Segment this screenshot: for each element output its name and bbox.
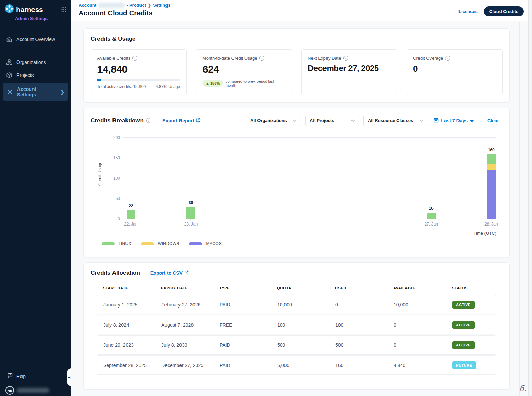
sidebar-item-label: Account Overview [16,37,55,42]
resource-classes-select[interactable]: All Resource Classes [363,115,427,126]
legend-label: LINUX [119,241,131,246]
breadcrumb-product-link[interactable]: - Product [127,3,146,8]
breadcrumb-account-link[interactable]: Account [79,3,96,8]
sidebar-item-account-settings[interactable]: Account Settings ❯ [3,83,68,101]
x-tick-mark [431,219,431,221]
y-tick-label: 200 [113,135,120,140]
y-tick-label: 100 [113,176,120,181]
x-tick-label: 28. Jan [484,222,498,227]
table-row[interactable]: June 20, 2023 July 8, 2030 PAID 500 500 … [97,335,496,355]
avatar[interactable]: NB [5,386,14,395]
legend-item-windows[interactable]: WINDOWS [141,241,179,246]
projects-select[interactable]: All Projects [305,115,359,126]
cell-quota: 100 [277,322,335,328]
next-expiry-card: Next Expiry Date i December 27, 2025 [301,49,397,95]
cell-expiry-date: February 27, 2026 [161,302,220,308]
gridline: 50 [123,199,496,199]
legend-label: MACOS [206,241,222,246]
credit-overage-value: 0 [413,64,496,74]
delta-note: compared to prev. period last month [226,79,285,87]
scrollbar[interactable] [528,0,532,396]
harness-logo-icon [5,4,14,15]
info-icon[interactable]: i [132,56,137,61]
bar-segment-windows [487,164,496,170]
up-arrow-icon: ▲ [205,81,209,85]
column-header: EXPIRY DATE [161,286,219,290]
external-link-icon [184,270,189,276]
page-header: Account - Product ❯ Settings Account Clo… [71,0,532,21]
x-tick-label: 22. Jan [124,222,137,227]
card-label: Next Expiry Date [308,56,341,61]
column-header: USED [335,286,393,290]
dropdown-arrow-icon [470,118,474,123]
cell-start-date: January 1, 2025 [103,302,161,308]
status-badge: ACTIVE [452,321,475,329]
cell-expiry-date: August 7, 2028 [161,322,220,328]
sidebar: harness Admin Settings Account Overview … [0,0,71,396]
y-tick-label: 0 [118,217,120,221]
legend-swatch-icon [102,242,115,245]
table-row[interactable]: September 28, 2025 December 27, 2025 PAI… [97,355,496,375]
legend-item-macos[interactable]: MACOS [189,241,222,246]
legend-item-linux[interactable]: LINUX [102,241,131,246]
info-icon[interactable]: i [259,56,264,61]
clear-filters-link[interactable]: Clear [487,118,499,123]
credits-breakdown-panel: Credits Breakdown i Export Report All Or… [83,108,510,257]
bar-value-label: 30 [189,200,193,205]
calendar-icon [434,118,439,124]
cell-used: 160 [335,363,394,368]
breadcrumb-blurred-segment [98,3,125,8]
sidebar-item-label: Organizations [16,59,46,65]
organizations-select[interactable]: All Organizations [246,115,301,126]
licenses-link[interactable]: Licenses [458,9,478,14]
credits-allocation-title: Credits Allocation [91,270,140,276]
mtd-usage-value: 624 [202,64,285,75]
x-tick-label: 23. Jan [184,222,198,227]
chevron-down-icon [419,118,423,123]
bar-22jan[interactable]: 22 [127,210,135,219]
sidebar-item-projects[interactable]: Projects [0,69,71,82]
bar-28jan[interactable]: 160 [487,154,496,219]
table-row[interactable]: January 1, 2025 February 27, 2026 PAID 1… [97,295,496,314]
credits-usage-title: Credits & Usage [91,36,503,42]
home-icon [6,36,12,42]
credits-allocation-panel: Credits Allocation Export to CSV START D… [83,262,510,390]
gridline: 150 [123,158,496,158]
main-content: Account - Product ❯ Settings Account Clo… [71,0,532,396]
export-report-link[interactable]: Export Report [162,118,200,123]
cell-type: PAID [220,302,277,308]
info-icon[interactable]: i [146,118,151,123]
sidebar-nav: Account Overview Organizations Projects … [0,33,71,101]
sidebar-item-organizations[interactable]: Organizations [0,56,71,69]
x-tick-mark [191,219,191,221]
app-grid-icon[interactable] [61,7,66,13]
gridline: 200 [123,137,496,138]
table-row[interactable]: July 8, 2024 August 7, 2028 FREE 100 100… [97,315,496,334]
gridline: 100 [123,178,496,178]
export-csv-link[interactable]: Export to CSV [150,270,189,276]
cell-type: FREE [220,322,277,328]
y-axis-label: Credit Usage [97,162,102,186]
svg-text:?: ? [9,374,11,377]
chevron-right-icon: ❯ [61,90,64,95]
bar-23jan[interactable]: 30 [186,207,195,219]
info-icon[interactable]: i [445,56,450,61]
chart-legend: LINUXWINDOWSMACOS [102,241,499,246]
status-badge: FUTURE [452,361,476,369]
bar-27jan[interactable]: 16 [427,213,436,219]
cell-start-date: July 8, 2024 [103,322,161,328]
sidebar-item-account-overview[interactable]: Account Overview [0,33,71,46]
allocation-table: START DATEEXPIRY DATETYPEQUOTAUSEDAVAILA… [97,286,496,375]
cell-start-date: June 20, 2023 [103,342,161,348]
cell-available: 0 [394,322,452,328]
help-label: Help [16,374,26,379]
gear-icon [7,89,13,95]
date-range-filter[interactable]: Last 7 Days [434,118,474,124]
breadcrumb-settings-link[interactable]: Settings [153,3,170,8]
info-icon[interactable]: i [343,56,348,61]
bar-segment-linux [487,154,496,164]
chevron-down-icon [293,118,297,123]
cloud-credits-button[interactable]: Cloud Credits [484,6,524,16]
help-button[interactable]: ? Help [0,369,71,383]
y-tick-label: 50 [116,196,120,201]
